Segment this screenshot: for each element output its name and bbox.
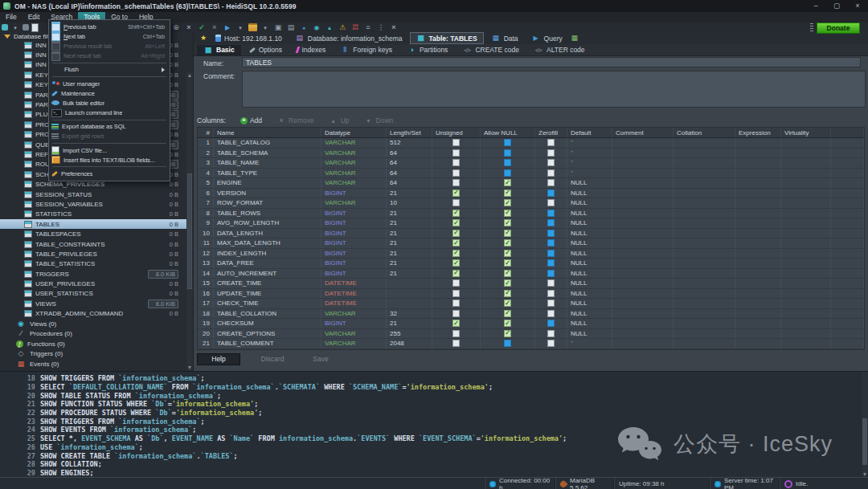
unsigned-checkbox[interactable] xyxy=(452,210,460,217)
menubar-item-edit[interactable]: Edit xyxy=(23,12,46,22)
close-icon[interactable] xyxy=(389,23,399,32)
grid-header-expression[interactable]: Expression xyxy=(735,128,781,137)
tab-query[interactable]: Query xyxy=(526,33,568,44)
allow-null-checkbox[interactable] xyxy=(504,310,511,317)
zerofill-checkbox[interactable] xyxy=(547,340,555,347)
zerofill-checkbox[interactable] xyxy=(547,139,555,146)
unsigned-checkbox[interactable] xyxy=(452,189,460,197)
refresh-icon[interactable] xyxy=(171,23,181,32)
grid-header-collation[interactable]: Collation xyxy=(674,128,735,137)
scroll-down-icon[interactable] xyxy=(186,365,193,371)
menu-item-bulk-table-editor[interactable]: Bulk table editor xyxy=(49,98,170,108)
grid-row-table-comment[interactable]: 21TABLE_COMMENTVARCHAR2048'' xyxy=(198,339,864,349)
grid-row-version[interactable]: 6VERSIONBIGINT21NULL xyxy=(198,189,864,199)
menu-item-flush[interactable]: Flush xyxy=(49,65,170,75)
log-scroll-down-icon[interactable] xyxy=(863,473,866,476)
zerofill-checkbox[interactable] xyxy=(547,179,555,186)
sidebar-table-session-variables[interactable]: SESSION_VARIABLES0 B xyxy=(0,199,193,209)
grid-row-max-data-length[interactable]: 11MAX_DATA_LENGTHBIGINT21NULL xyxy=(198,238,864,249)
add-column-button[interactable]: Add xyxy=(240,116,262,124)
menu-item-next-tab[interactable]: Next tabCtrl+Tab xyxy=(49,31,170,41)
sidebar-table-table-constraints[interactable]: TABLE_CONSTRAINTS0 B xyxy=(0,239,193,249)
grid-row-table-type[interactable]: 4TABLE_TYPEVARCHAR64'' xyxy=(198,169,864,179)
allow-null-checkbox[interactable] xyxy=(504,179,511,186)
menu-item-export-database-as-sql[interactable]: Export database as SQL xyxy=(49,122,170,132)
allow-null-checkbox[interactable] xyxy=(504,340,511,347)
allow-null-checkbox[interactable] xyxy=(504,250,511,257)
grid-row-table-schema[interactable]: 2TABLE_SCHEMAVARCHAR64'' xyxy=(198,149,864,159)
zerofill-checkbox[interactable] xyxy=(547,250,555,257)
subtab-indexes[interactable]: Indexes xyxy=(290,45,332,55)
save-file-icon[interactable] xyxy=(273,23,283,32)
tab-data[interactable]: Data xyxy=(485,33,524,44)
unsigned-checkbox[interactable] xyxy=(452,320,460,327)
zerofill-checkbox[interactable] xyxy=(547,239,555,247)
unsigned-checkbox[interactable] xyxy=(452,330,460,337)
scroll-up-icon[interactable] xyxy=(186,72,193,79)
star-icon[interactable] xyxy=(199,34,208,43)
allow-null-checkbox[interactable] xyxy=(504,210,511,217)
table-comment-input[interactable] xyxy=(242,71,866,108)
unsigned-checkbox[interactable] xyxy=(452,219,460,226)
unsigned-checkbox[interactable] xyxy=(452,149,460,157)
subtab-alter-code[interactable]: ALTER code xyxy=(527,45,592,55)
menu-item-insert-files-into-text-blob-fields[interactable]: Insert files into TEXT/BLOB fields... xyxy=(49,155,170,165)
grid-row-auto-increment[interactable]: 14AUTO_INCREMENTBIGINT21NULL xyxy=(198,269,864,279)
sidebar-folder-events-0[interactable]: Events (0) xyxy=(0,359,193,369)
donate-grip[interactable] xyxy=(810,23,813,32)
zerofill-checkbox[interactable] xyxy=(547,290,555,297)
zerofill-checkbox[interactable] xyxy=(547,279,555,287)
menu-item-launch-command-line[interactable]: Launch command line xyxy=(49,108,170,118)
sidebar-table-tables[interactable]: TABLES0 B xyxy=(0,219,193,229)
grid-row-engine[interactable]: 5ENGINEVARCHAR64NULL xyxy=(198,178,864,189)
unsigned-checkbox[interactable] xyxy=(452,230,460,237)
grid-row-row-format[interactable]: 7ROW_FORMATVARCHAR10NULL xyxy=(198,198,864,209)
highlight-icon[interactable] xyxy=(325,23,334,32)
new-query-icon[interactable] xyxy=(570,34,579,43)
allow-null-checkbox[interactable] xyxy=(504,259,511,267)
reformat-icon[interactable] xyxy=(363,23,373,32)
zerofill-checkbox[interactable] xyxy=(547,210,555,217)
unsigned-checkbox[interactable] xyxy=(452,179,460,186)
zerofill-checkbox[interactable] xyxy=(547,259,555,267)
allow-null-checkbox[interactable] xyxy=(504,279,511,287)
sidebar-table-session-status[interactable]: SESSION_STATUS0 B xyxy=(0,189,193,199)
menubar-item-file[interactable]: File xyxy=(0,12,23,22)
grid-header-[interactable]: # xyxy=(198,128,214,137)
zerofill-checkbox[interactable] xyxy=(547,230,555,237)
grid-header-virtuality[interactable]: Virtuality xyxy=(781,128,831,137)
allow-null-checkbox[interactable] xyxy=(504,199,511,206)
unsigned-checkbox[interactable] xyxy=(452,300,460,307)
grid-row-table-name[interactable]: 3TABLE_NAMEVARCHAR64'' xyxy=(198,158,864,169)
grid-row-data-free[interactable]: 13DATA_FREEBIGINT21NULL xyxy=(198,259,864,269)
scrollbar-thumb[interactable] xyxy=(187,173,192,288)
unsigned-checkbox[interactable] xyxy=(452,279,460,287)
unsigned-checkbox[interactable] xyxy=(452,340,460,347)
grid-row-check-time[interactable]: 17CHECK_TIMEDATETIMENULL xyxy=(198,299,864,309)
grid-header-datatype[interactable]: Datatype xyxy=(321,128,387,137)
unsigned-checkbox[interactable] xyxy=(452,259,460,267)
grid-row-checksum[interactable]: 19CHECKSUMBIGINT21NULL xyxy=(198,319,864,329)
close-button[interactable]: × xyxy=(847,0,868,12)
unsigned-checkbox[interactable] xyxy=(452,239,460,247)
sidebar-table-triggers[interactable]: TRIGGERS8.0 KiB xyxy=(0,269,193,279)
allow-null-checkbox[interactable] xyxy=(504,300,511,307)
sidebar-scrollbar[interactable] xyxy=(186,72,193,371)
unsigned-checkbox[interactable] xyxy=(452,139,460,146)
grid-header-zerofill[interactable]: Zerofill xyxy=(535,128,567,137)
table-name-input[interactable] xyxy=(242,57,861,67)
sidebar-folder-triggers-0[interactable]: Triggers (0) xyxy=(0,348,193,359)
subtab-create-code[interactable]: CREATE code xyxy=(456,45,526,55)
zerofill-checkbox[interactable] xyxy=(547,219,555,226)
zerofill-checkbox[interactable] xyxy=(547,330,555,337)
run-icon[interactable] xyxy=(223,23,232,32)
disconnect-icon[interactable] xyxy=(23,24,29,31)
new-file-icon[interactable] xyxy=(31,23,39,32)
allow-null-checkbox[interactable] xyxy=(504,290,511,297)
tab-host-192-168-1-10[interactable]: Host: 192.168.1.10 xyxy=(210,33,288,44)
allow-null-checkbox[interactable] xyxy=(504,159,511,166)
unsigned-checkbox[interactable] xyxy=(452,250,460,257)
grid-header-length-set[interactable]: Length/Set xyxy=(387,128,432,137)
grid-row-table-rows[interactable]: 8TABLE_ROWSBIGINT21NULL xyxy=(198,209,864,219)
sidebar-folder-views-0[interactable]: Views (0) xyxy=(0,319,193,329)
